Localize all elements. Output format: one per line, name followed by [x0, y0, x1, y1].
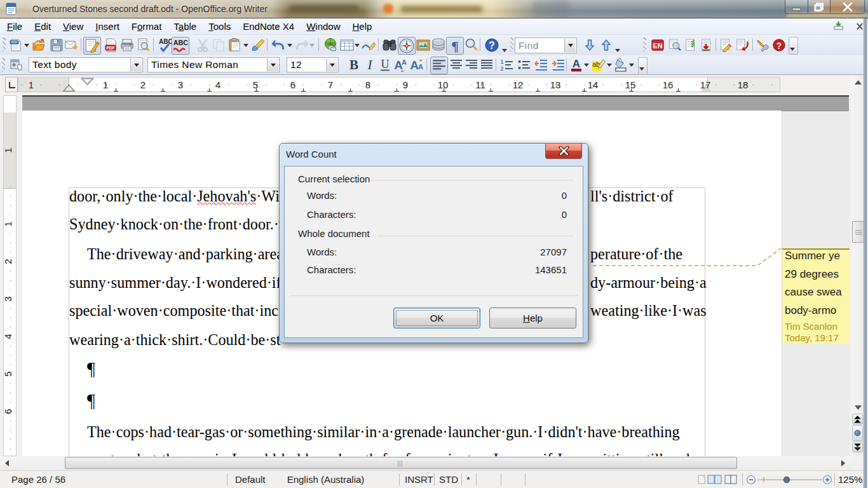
- svg-text:?: ?: [776, 41, 782, 51]
- svg-text:U: U: [381, 58, 390, 71]
- svg-text:2: 2: [500, 65, 503, 72]
- svg-text:B: B: [349, 57, 358, 72]
- svg-text:?: ?: [489, 40, 495, 51]
- svg-text:¶: ¶: [451, 39, 459, 54]
- svg-text:EN: EN: [653, 42, 662, 50]
- svg-text:ABC: ABC: [173, 39, 189, 46]
- svg-text:A: A: [573, 58, 580, 70]
- svg-text:PDF: PDF: [107, 46, 115, 50]
- svg-text:A: A: [402, 58, 407, 66]
- svg-text:I: I: [367, 57, 373, 72]
- svg-text:1: 1: [500, 58, 503, 65]
- svg-text:ABC: ABC: [159, 38, 173, 45]
- svg-text:A: A: [418, 63, 423, 71]
